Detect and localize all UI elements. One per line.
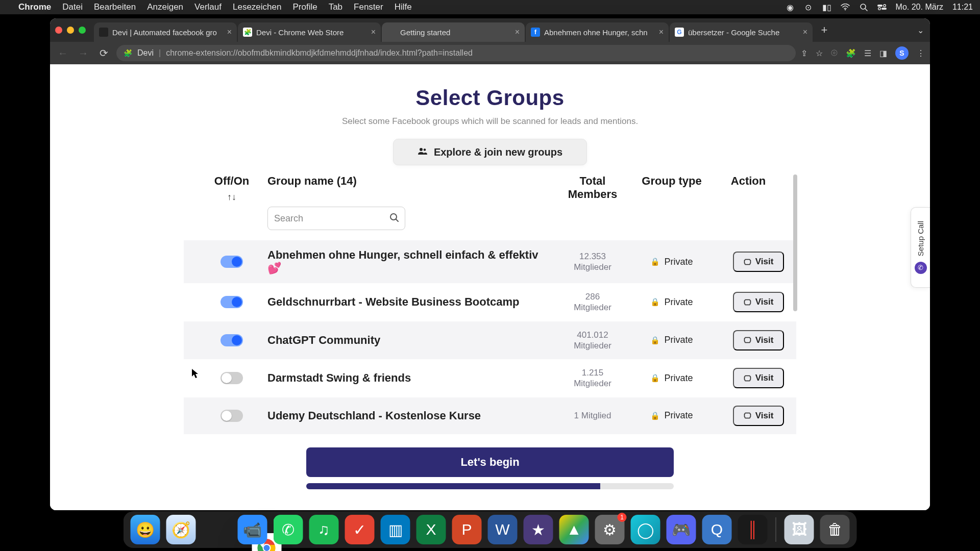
search-icon[interactable] bbox=[389, 213, 399, 224]
visit-button[interactable]: 🖵Visit bbox=[733, 292, 784, 312]
wifi-icon[interactable] bbox=[841, 3, 850, 12]
sort-icon[interactable]: ↑↓ bbox=[196, 192, 267, 203]
dock-app-word[interactable]: W bbox=[488, 515, 518, 544]
toggle-switch[interactable] bbox=[220, 410, 243, 422]
dock-app-quicktime[interactable]: Q bbox=[702, 515, 732, 544]
dock-app-whatsapp[interactable]: ✆ bbox=[274, 515, 303, 544]
menubar-date[interactable]: Mo. 20. März bbox=[896, 3, 943, 12]
tab-close-icon[interactable]: × bbox=[659, 28, 664, 37]
search-input[interactable]: Search bbox=[267, 207, 405, 230]
dock-app-safari[interactable]: 🧭 bbox=[166, 515, 196, 544]
browser-tab-active[interactable]: Getting started× bbox=[382, 22, 525, 42]
page-title: Select Groups bbox=[184, 86, 796, 110]
menu-item[interactable]: Hilfe bbox=[395, 2, 412, 12]
tab-strip: Devi | Automated facebook gro× 🧩Devi - C… bbox=[50, 18, 930, 42]
menu-item[interactable]: Tab bbox=[329, 2, 342, 12]
users-icon bbox=[418, 147, 428, 158]
tab-list-dropdown[interactable]: ⌄ bbox=[917, 26, 924, 35]
nav-back-button[interactable]: ← bbox=[55, 45, 70, 61]
tab-close-icon[interactable]: × bbox=[803, 28, 807, 37]
toggle-switch[interactable] bbox=[220, 256, 243, 268]
setup-call-tab[interactable]: Setup Call ✆ bbox=[911, 207, 930, 288]
omnibox[interactable]: 🧩 Devi | chrome-extension://obofmdbkmind… bbox=[116, 45, 796, 61]
svg-rect-3 bbox=[877, 5, 883, 7]
browser-tab[interactable]: Gübersetzer - Google Suche× bbox=[670, 22, 813, 42]
dock-app-zoom[interactable]: 📹 bbox=[238, 515, 267, 544]
browser-tab[interactable]: Devi | Automated facebook gro× bbox=[94, 22, 237, 42]
dock-app-powerpoint[interactable]: P bbox=[452, 515, 482, 544]
menubar-time[interactable]: 11:21 bbox=[952, 3, 973, 12]
new-tab-button[interactable]: + bbox=[817, 22, 832, 38]
group-type: 🔒Private bbox=[631, 297, 713, 308]
visit-button[interactable]: 🖵Visit bbox=[733, 330, 784, 350]
menu-item[interactable]: Datei bbox=[62, 2, 83, 12]
minimize-window-button[interactable] bbox=[67, 27, 74, 34]
side-panel-icon[interactable]: ◨ bbox=[879, 48, 887, 58]
explore-groups-button[interactable]: Explore & join new groups bbox=[393, 139, 587, 165]
share-icon[interactable]: ⇪ bbox=[801, 48, 807, 58]
favicon-icon: G bbox=[675, 28, 684, 37]
visit-button[interactable]: 🖵Visit bbox=[733, 252, 784, 272]
menu-item[interactable]: Lesezeichen bbox=[233, 2, 281, 12]
visit-button[interactable]: 🖵Visit bbox=[733, 406, 784, 426]
battery-icon[interactable]: ▮▯ bbox=[822, 3, 831, 12]
menu-item[interactable]: Verlauf bbox=[194, 2, 222, 12]
dock-app-discord[interactable]: 🎮 bbox=[667, 515, 696, 544]
close-window-button[interactable] bbox=[55, 27, 62, 34]
dock-app-finder[interactable]: 😀 bbox=[131, 515, 160, 544]
tab-close-icon[interactable]: × bbox=[515, 28, 520, 37]
menu-item[interactable]: Profile bbox=[292, 2, 317, 12]
dock-app-todoist[interactable]: ✓ bbox=[345, 515, 375, 544]
dock-trash[interactable]: 🗑 bbox=[820, 515, 850, 544]
maximize-window-button[interactable] bbox=[79, 27, 86, 34]
dock-app-siri[interactable]: ◯ bbox=[631, 515, 660, 544]
tab-close-icon[interactable]: × bbox=[227, 28, 232, 37]
dock-app-preview[interactable]: 🖼 bbox=[785, 515, 814, 544]
reload-button[interactable]: ⟳ bbox=[96, 45, 111, 61]
translate-icon[interactable]: ⦾ bbox=[831, 48, 838, 58]
macos-menubar: Chrome Datei Bearbeiten Anzeigen Verlauf… bbox=[0, 0, 980, 14]
menu-item[interactable]: Fenster bbox=[354, 2, 383, 12]
dock-app-voicememos[interactable]: ║ bbox=[738, 515, 768, 544]
extension-icon: 🧩 bbox=[124, 49, 132, 57]
dock-app-spotify[interactable]: ♫ bbox=[309, 515, 339, 544]
svg-rect-5 bbox=[881, 8, 887, 10]
reading-list-icon[interactable]: ☰ bbox=[864, 48, 871, 58]
profile-avatar[interactable]: S bbox=[895, 46, 909, 60]
toggle-switch[interactable] bbox=[220, 334, 243, 346]
lets-begin-button[interactable]: Let's begin bbox=[306, 447, 674, 477]
dock-app-imovie[interactable]: ★ bbox=[524, 515, 553, 544]
dock-app-settings[interactable]: ⚙1 bbox=[595, 515, 625, 544]
playback-icon[interactable]: ⊙ bbox=[804, 3, 813, 12]
group-name: ChatGPT Community bbox=[267, 334, 554, 347]
group-name: Darmstadt Swing & friends bbox=[267, 371, 554, 385]
browser-tab[interactable]: 🧩Devi - Chrome Web Store× bbox=[238, 22, 381, 42]
vertical-scrollbar[interactable] bbox=[793, 174, 797, 311]
group-type: 🔒Private bbox=[631, 373, 713, 384]
control-center-icon[interactable] bbox=[877, 3, 887, 12]
menu-item[interactable]: Bearbeiten bbox=[94, 2, 136, 12]
browser-tab[interactable]: fAbnehmen ohne Hunger, schn× bbox=[526, 22, 669, 42]
menubar-app-name[interactable]: Chrome bbox=[18, 2, 51, 12]
address-bar: ← → ⟳ 🧩 Devi | chrome-extension://obofmd… bbox=[50, 42, 930, 64]
menu-item[interactable]: Anzeigen bbox=[147, 2, 183, 12]
record-icon[interactable]: ◉ bbox=[786, 3, 795, 12]
toggle-switch[interactable] bbox=[220, 296, 243, 308]
bookmark-star-icon[interactable]: ☆ bbox=[816, 48, 823, 58]
extensions-icon[interactable]: 🧩 bbox=[846, 48, 856, 58]
group-type: 🔒Private bbox=[631, 410, 713, 421]
favicon-icon bbox=[99, 28, 108, 37]
nav-forward-button[interactable]: → bbox=[76, 45, 91, 61]
tab-title: Abnehmen ohne Hunger, schn bbox=[544, 28, 656, 37]
tab-title: Devi - Chrome Web Store bbox=[256, 28, 368, 37]
svg-point-0 bbox=[844, 9, 845, 10]
tab-close-icon[interactable]: × bbox=[371, 28, 376, 37]
visit-button[interactable]: 🖵Visit bbox=[733, 368, 784, 388]
toggle-switch[interactable] bbox=[220, 372, 243, 384]
dock-app-excel[interactable]: X bbox=[416, 515, 446, 544]
dock-app-drive[interactable]: ▲ bbox=[559, 515, 589, 544]
tab-title: übersetzer - Google Suche bbox=[688, 28, 800, 37]
spotlight-icon[interactable] bbox=[859, 3, 868, 12]
dock-app-trello[interactable]: ▥ bbox=[381, 515, 410, 544]
chrome-menu-icon[interactable]: ⋮ bbox=[917, 48, 925, 58]
